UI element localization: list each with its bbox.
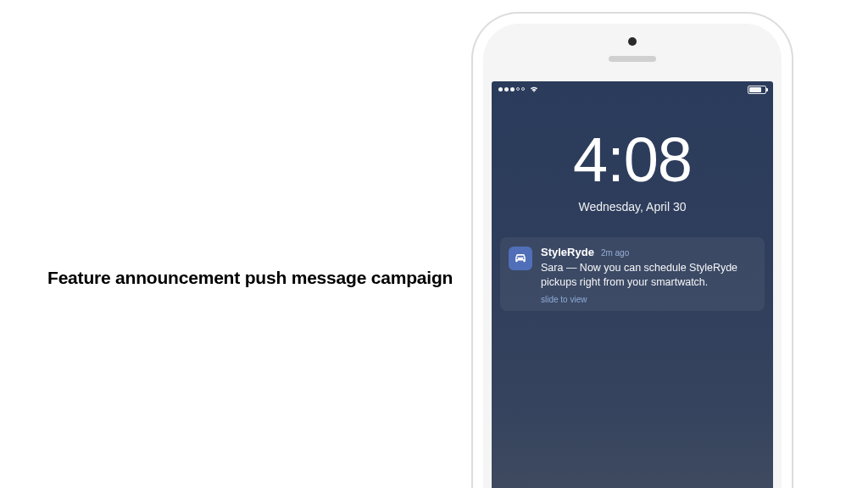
notification-slide-hint[interactable]: slide to view xyxy=(541,295,756,304)
notification-timestamp: 2m ago xyxy=(601,248,629,258)
notification-body: StyleRyde 2m ago Sara — Now you can sche… xyxy=(541,246,756,304)
status-right-group xyxy=(748,86,766,94)
notification-app-name: StyleRyde xyxy=(541,246,594,258)
notification-header: StyleRyde 2m ago xyxy=(541,246,756,258)
phone-device-frame: 4:08 Wednesday, April 30 StyleRyde 2m ag… xyxy=(471,12,793,488)
lock-date: Wednesday, April 30 xyxy=(492,200,773,214)
battery-fill xyxy=(749,87,761,92)
push-notification[interactable]: StyleRyde 2m ago Sara — Now you can sche… xyxy=(500,237,765,311)
slide-caption: Feature announcement push message campai… xyxy=(47,268,453,288)
status-bar xyxy=(492,81,773,100)
status-left-group xyxy=(498,86,539,93)
car-icon xyxy=(512,250,529,267)
cellular-signal-icon xyxy=(498,87,525,92)
phone-speaker-slot xyxy=(609,56,656,62)
phone-lock-screen: 4:08 Wednesday, April 30 StyleRyde 2m ag… xyxy=(492,81,773,488)
battery-icon xyxy=(748,86,766,94)
lock-time: 4:08 xyxy=(492,129,773,191)
phone-camera-dot xyxy=(628,37,637,46)
lock-clock-area: 4:08 Wednesday, April 30 xyxy=(492,129,773,214)
notification-app-icon xyxy=(509,247,532,270)
notification-message: Sara — Now you can schedule StyleRyde pi… xyxy=(541,261,756,290)
wifi-icon xyxy=(529,86,539,93)
